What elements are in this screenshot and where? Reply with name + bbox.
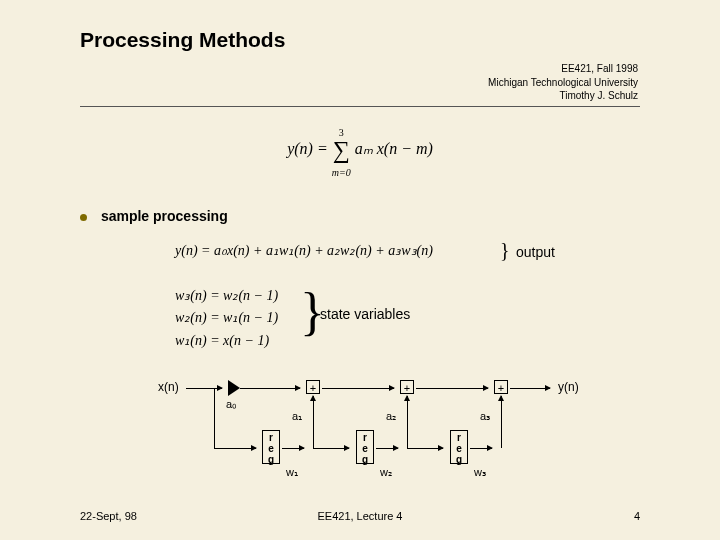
output-equation: y(n) = a₀x(n) + a₁w₁(n) + a₂w₂(n) + a₃w₃… [175, 242, 433, 259]
gain-a0-icon [228, 380, 240, 396]
footer-page: 4 [634, 510, 640, 522]
meta-course: EE421, Fall 1998 [488, 62, 638, 76]
arrow [407, 448, 443, 449]
state-eq-1: w₃(n) = w₂(n − 1) [175, 285, 278, 307]
register-1: r e g [262, 430, 280, 464]
adder-1: + [306, 380, 320, 394]
state-equations: w₃(n) = w₂(n − 1) w₂(n) = w₁(n − 1) w₁(n… [175, 285, 278, 352]
adder-3: + [494, 380, 508, 394]
diagram-output-label: y(n) [558, 380, 579, 394]
gain-a2-label: a₂ [386, 410, 396, 423]
bullet-icon [80, 214, 87, 221]
line [214, 388, 215, 448]
divider [80, 106, 640, 107]
meta-author: Timothy J. Schulz [488, 89, 638, 103]
block-diagram: x(n) a₀ + + + y(n) r e g a₁ w₁ r e g a₂ … [158, 370, 578, 490]
label-output: output [516, 244, 555, 260]
bullet-sample-processing: sample processing [80, 208, 228, 224]
arrow [214, 448, 256, 449]
gain-a0-label: a₀ [226, 398, 236, 411]
arrow-up [407, 396, 408, 448]
w1-label: w₁ [286, 466, 298, 479]
state-eq-2: w₂(n) = w₁(n − 1) [175, 307, 278, 329]
state-eq-3: w₁(n) = x(n − 1) [175, 330, 278, 352]
arrow [282, 448, 304, 449]
gain-a3-label: a₃ [480, 410, 490, 423]
arrow [322, 388, 394, 389]
register-3: r e g [450, 430, 468, 464]
diagram-input-label: x(n) [158, 380, 179, 394]
w3-label: w₃ [474, 466, 486, 479]
label-state: state variables [320, 306, 410, 322]
brace-output-icon: } [500, 239, 510, 262]
footer-lecture: EE421, Lecture 4 [0, 510, 720, 522]
bullet-label: sample processing [101, 208, 228, 224]
register-2: r e g [356, 430, 374, 464]
slide-meta: EE421, Fall 1998 Michigan Technological … [488, 62, 638, 103]
meta-university: Michigan Technological University [488, 76, 638, 90]
gain-a1-label: a₁ [292, 410, 302, 423]
sum-lower: m=0 [332, 167, 351, 178]
sigma-icon: ∑ [332, 140, 351, 162]
adder-2: + [400, 380, 414, 394]
summation-equation: y(n) = 3 ∑ m=0 aₘ x(n − m) [0, 122, 720, 180]
arrow-up [313, 396, 314, 448]
arrow [470, 448, 492, 449]
arrow [186, 388, 222, 389]
slide-title: Processing Methods [80, 28, 285, 52]
arrow [416, 388, 488, 389]
arrow [313, 448, 349, 449]
arrow [376, 448, 398, 449]
eq-lhs: y(n) = [287, 140, 332, 157]
w2-label: w₂ [380, 466, 392, 479]
arrow [510, 388, 550, 389]
eq-body: aₘ x(n − m) [355, 140, 433, 157]
arrow [240, 388, 300, 389]
arrow-up [501, 396, 502, 448]
